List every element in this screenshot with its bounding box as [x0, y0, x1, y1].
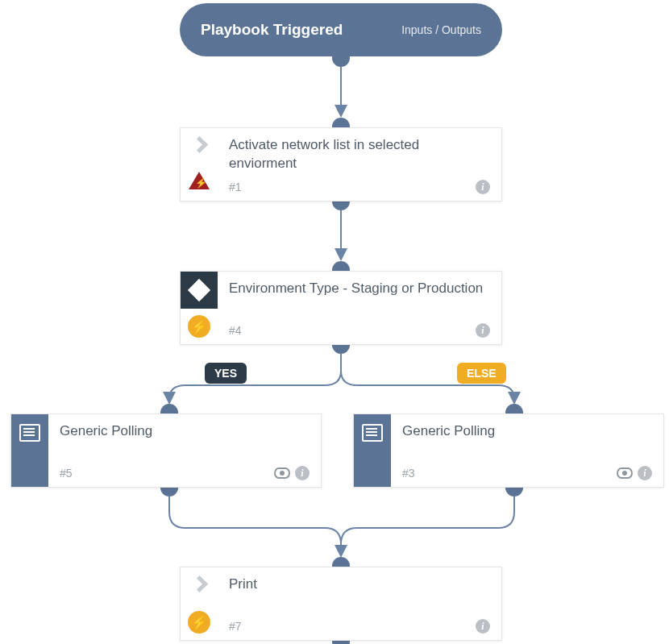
- branch-label-else: ELSE: [457, 363, 506, 384]
- bolt-icon: ⚡: [188, 315, 210, 338]
- info-icon[interactable]: i: [638, 466, 652, 480]
- alert-triangle-icon: ⚡: [189, 172, 210, 189]
- info-icon[interactable]: i: [476, 323, 490, 338]
- branch-label-yes: YES: [205, 363, 247, 384]
- node-number: #1: [229, 181, 242, 193]
- node-generic-polling-yes[interactable]: Generic Polling #5 i: [10, 413, 322, 488]
- node-side-column: ⚡: [181, 128, 218, 201]
- node-number: #4: [229, 324, 242, 337]
- node-generic-polling-else[interactable]: Generic Polling #3 i: [353, 413, 664, 488]
- node-title: Environment Type - Staging or Production: [229, 280, 490, 298]
- node-activate-network-list[interactable]: ⚡ Activate network list in selected envi…: [180, 127, 502, 202]
- book-icon: [354, 414, 391, 451]
- bolt-icon: ⚡: [188, 611, 210, 634]
- node-title: Print: [229, 575, 490, 594]
- chevron-right-icon: [191, 136, 207, 152]
- node-side-column: ⚡: [181, 567, 218, 640]
- book-icon: [11, 414, 48, 451]
- node-number: #5: [60, 467, 73, 480]
- node-environment-type[interactable]: ⚡ Environment Type - Staging or Producti…: [180, 271, 502, 345]
- info-icon[interactable]: i: [476, 619, 490, 634]
- trigger-title: Playbook Triggered: [201, 21, 343, 39]
- node-title: Activate network list in selected envior…: [229, 136, 490, 173]
- node-print[interactable]: ⚡ Print #7 i: [180, 567, 502, 641]
- node-title: Generic Polling: [60, 422, 310, 441]
- eye-icon[interactable]: [617, 467, 633, 479]
- trigger-node[interactable]: Playbook Triggered Inputs / Outputs: [180, 3, 502, 56]
- node-number: #3: [402, 467, 415, 480]
- node-side-column: [354, 414, 391, 487]
- node-side-column: ⚡: [181, 272, 218, 344]
- playbook-flow-canvas: Playbook Triggered Inputs / Outputs ⚡ Ac…: [0, 0, 669, 644]
- eye-icon[interactable]: [274, 467, 290, 479]
- decision-diamond-icon: [181, 272, 218, 309]
- node-side-column: [11, 414, 48, 487]
- node-number: #7: [229, 620, 242, 633]
- info-icon[interactable]: i: [295, 466, 310, 480]
- chevron-right-icon: [191, 575, 207, 592]
- info-icon[interactable]: i: [476, 180, 490, 194]
- inputs-outputs-link[interactable]: Inputs / Outputs: [401, 23, 481, 36]
- node-title: Generic Polling: [402, 422, 652, 441]
